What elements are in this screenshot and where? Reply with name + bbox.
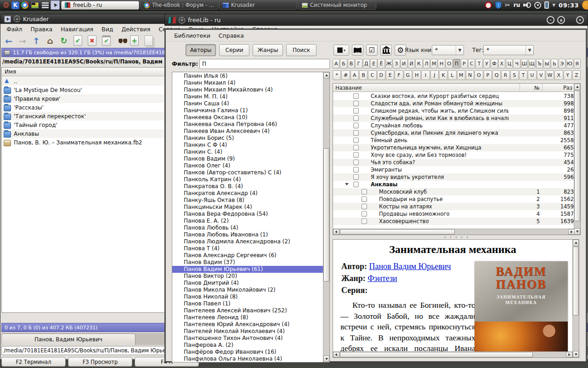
book-checkbox[interactable] <box>353 160 359 165</box>
author-item[interactable]: Панова Е. А. (2) <box>172 218 323 224</box>
author-item[interactable]: Панфилова Ольга Николаевна (4) <box>172 356 323 362</box>
language-combobox[interactable]: * ▼ <box>432 45 464 55</box>
letter-button[interactable]: N <box>466 70 474 80</box>
author-item[interactable]: Панкин С Ф (4) <box>172 142 323 149</box>
scroll-up-icon[interactable] <box>323 72 329 79</box>
minimize-button[interactable]: – <box>547 16 554 24</box>
book-row[interactable]: Чья это собака? 454 <box>333 159 575 166</box>
book-checkbox[interactable] <box>353 108 359 114</box>
genre-link[interactable]: Фэнтези <box>368 274 397 283</box>
book-row[interactable]: Эмигранты 26 <box>333 166 575 173</box>
author-item[interactable]: Панова Вера Федоровна (54) <box>172 211 323 218</box>
scrollbar-thumb[interactable] <box>574 91 580 221</box>
close-button[interactable]: ✕ <box>576 16 584 24</box>
author-item[interactable]: Пантелеев Леонид (8) <box>172 314 323 321</box>
letter-button[interactable]: К <box>415 59 422 69</box>
letter-button[interactable]: Y <box>564 70 572 80</box>
letter-button[interactable]: И <box>401 59 407 69</box>
usb-device-icon[interactable] <box>534 2 541 9</box>
letter-button[interactable]: В <box>348 59 355 69</box>
task-button[interactable]: freeLib - ru <box>61 1 139 10</box>
splitter-handle[interactable]: • • • • • <box>333 236 581 239</box>
author-item[interactable]: Панку-Яшь Октав (8) <box>172 197 323 204</box>
letter-button[interactable]: С <box>468 59 475 69</box>
scrollbar-thumb[interactable] <box>340 229 455 235</box>
book-checkbox[interactable] <box>353 123 359 128</box>
letter-button[interactable]: B <box>359 70 368 80</box>
letter-button[interactable]: Й <box>408 59 415 69</box>
author-item[interactable]: Панкеев Иван Алексеевич (4) <box>172 128 323 135</box>
author-item[interactable]: Панфёров Федор Иванович (16) <box>172 349 323 356</box>
author-item[interactable]: Панкеева Оксана Петровна (46) <box>172 121 323 128</box>
paste-icon[interactable]: ✔ <box>102 35 111 46</box>
window-stack-icon[interactable] <box>40 0 50 10</box>
book-checkbox[interactable] <box>362 189 367 195</box>
book-row[interactable]: Укротительница мужчин, или Хищница 665 <box>333 144 575 151</box>
library-button[interactable] <box>380 45 392 56</box>
book-checkbox[interactable] <box>362 218 367 224</box>
book-checkbox[interactable] <box>353 152 359 158</box>
kde-k-menu-icon[interactable]: K <box>11 1 19 9</box>
book-row[interactable]: Хаосовершенство 5 1639 <box>333 218 575 225</box>
book-checkbox[interactable] <box>353 93 359 99</box>
book-checkbox[interactable] <box>353 145 359 150</box>
letter-button[interactable]: H <box>413 70 421 80</box>
letter-button[interactable]: A <box>351 70 359 80</box>
scroll-left-icon[interactable] <box>333 352 339 357</box>
letter-button[interactable]: Ж <box>385 59 392 69</box>
letter-button[interactable]: Р <box>461 59 468 69</box>
name-column-header[interactable]: Имя <box>5 69 16 75</box>
fn-button[interactable]: F3 Просмотр <box>68 357 132 367</box>
letter-button[interactable]: P <box>484 70 492 80</box>
letter-button[interactable]: А <box>333 59 339 69</box>
new-file-icon[interactable]: + <box>130 35 139 46</box>
panel-collapse-arrow-icon[interactable]: ▼ <box>552 3 555 7</box>
author-item[interactable]: Панов Виктор (20) <box>172 273 323 280</box>
author-item[interactable]: Пантюшенко Тихон Антонович (4) <box>172 335 323 342</box>
letter-button[interactable]: * <box>333 70 341 80</box>
letter-button[interactable]: Я <box>574 59 581 69</box>
author-item[interactable]: Панов Вадим (37) <box>172 259 323 266</box>
security-shield-icon[interactable]: i <box>495 1 502 9</box>
letter-button[interactable]: O <box>475 70 483 80</box>
book-checkbox[interactable] <box>353 174 359 180</box>
table-vscrollbar[interactable] <box>574 84 580 235</box>
book-row[interactable]: Хочу все сразу, или Без тормозов! 775 <box>333 151 575 159</box>
author-item[interactable]: Панин Михаил Михайлович (4) <box>172 86 323 93</box>
letter-button[interactable]: # <box>341 70 350 80</box>
home-icon[interactable]: ⌂ <box>44 35 56 47</box>
letter-button[interactable]: Х <box>498 59 505 69</box>
letter-button[interactable]: Ч <box>513 59 520 69</box>
letter-button[interactable]: У <box>483 59 490 69</box>
book-row[interactable]: Сумасбродка, или Пикник для лишнего мужа… <box>333 129 575 137</box>
scroll-up-icon[interactable] <box>574 84 580 90</box>
scroll-down-icon[interactable] <box>574 228 580 235</box>
letter-button[interactable]: I <box>421 70 430 80</box>
author-item[interactable]: Панова Любовь Ивановна (1) <box>172 231 323 238</box>
panel-tab[interactable]: Панов, Вадим Юрьевич <box>1 334 136 345</box>
kde-gear-icon[interactable]: ⚙ <box>1 0 11 10</box>
ok-document-icon[interactable]: ✔ <box>74 35 82 46</box>
volume-icon[interactable] <box>523 2 531 8</box>
mobile-device-icon[interactable] <box>544 1 549 9</box>
book-checkbox[interactable] <box>362 196 367 202</box>
scroll-down-icon[interactable] <box>573 351 579 357</box>
author-item[interactable]: Панкин Борис (5) <box>172 135 323 142</box>
scrollbar-thumb[interactable] <box>340 352 533 357</box>
letter-button[interactable]: Е <box>370 59 377 69</box>
letter-button[interactable]: M <box>457 70 465 80</box>
letter-button[interactable]: Д <box>363 59 370 69</box>
column-header-number[interactable]: № <box>520 84 542 92</box>
menu-item[interactable]: Библиотеки <box>170 32 215 39</box>
letter-button[interactable]: Щ <box>528 59 535 69</box>
letter-button[interactable]: О <box>446 59 452 69</box>
letter-button[interactable]: R <box>501 70 509 80</box>
author-item[interactable]: Панкин С. (4) <box>172 149 323 155</box>
author-item[interactable]: Панкратова О. В. (4) <box>172 183 323 190</box>
author-item[interactable]: Панкеева Оксана (10) <box>172 114 323 121</box>
table-hscrollbar[interactable] <box>333 229 575 235</box>
filter-input[interactable] <box>199 59 330 69</box>
scroll-up-icon[interactable] <box>573 240 579 246</box>
find-binoculars-icon[interactable] <box>114 35 126 47</box>
scrollbar-thumb[interactable] <box>323 148 329 282</box>
